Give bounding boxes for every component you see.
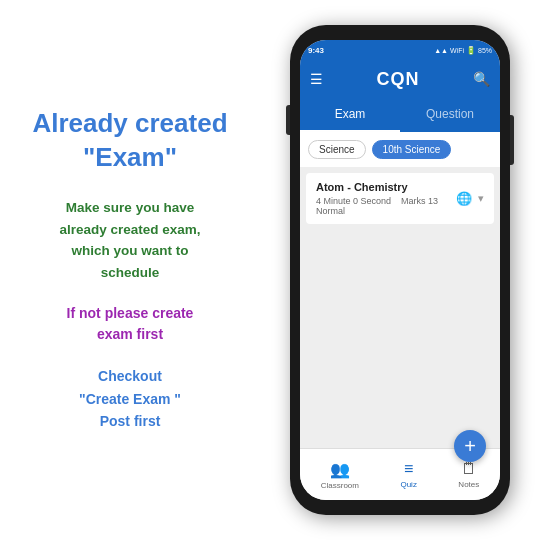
bottom-nav: 👥 Classroom ≡ Quiz 🗒 Notes + (300, 448, 500, 500)
exam-info: Atom - Chemistry 4 Minute 0 Second Marks… (316, 181, 456, 216)
chevron-down-icon[interactable]: ▾ (478, 192, 484, 205)
tabs-bar: Exam Question (300, 98, 500, 132)
app-bar: ☰ CQN 🔍 (300, 60, 500, 98)
nav-notes-label: Notes (458, 480, 479, 489)
search-icon[interactable]: 🔍 (473, 71, 490, 87)
left-checkout: Checkout "Create Exam " Post first (79, 365, 181, 432)
battery-percent: 85% (478, 47, 492, 54)
status-icons: ▲▲ WiFi 🔋 85% (434, 46, 492, 55)
status-time: 9:43 (308, 46, 324, 55)
tab-question[interactable]: Question (400, 98, 500, 132)
battery-icon: 🔋 (466, 46, 476, 55)
app-title: CQN (377, 69, 420, 90)
exam-card[interactable]: Atom - Chemistry 4 Minute 0 Second Marks… (306, 173, 494, 224)
nav-quiz-label: Quiz (400, 480, 416, 489)
exam-marks: Marks 13 (401, 196, 438, 206)
notes-icon: 🗒 (461, 460, 477, 478)
exam-title: Atom - Chemistry (316, 181, 456, 193)
wifi-icon: WiFi (450, 47, 464, 54)
left-title: Already created"Exam" (32, 107, 227, 175)
quiz-icon: ≡ (404, 460, 413, 478)
left-panel: Already created"Exam" Make sure you have… (0, 0, 260, 540)
globe-icon[interactable]: 🌐 (456, 191, 472, 206)
chip-science[interactable]: Science (308, 140, 366, 159)
left-warning: If not please createexam first (67, 303, 194, 345)
phone-wrapper: 9:43 ▲▲ WiFi 🔋 85% ☰ CQN 🔍 Exam (260, 10, 540, 530)
tab-exam[interactable]: Exam (300, 98, 400, 132)
exam-meta: 4 Minute 0 Second Marks 13 Normal (316, 196, 456, 216)
left-description: Make sure you havealready created exam,w… (59, 197, 200, 283)
phone-outer: 9:43 ▲▲ WiFi 🔋 85% ☰ CQN 🔍 Exam (290, 25, 510, 515)
exam-difficulty: Normal (316, 206, 345, 216)
nav-notes[interactable]: 🗒 Notes (458, 460, 479, 489)
classroom-icon: 👥 (330, 460, 350, 479)
menu-icon[interactable]: ☰ (310, 71, 323, 87)
chip-10th-science[interactable]: 10th Science (372, 140, 452, 159)
exam-actions: 🌐 ▾ (456, 191, 484, 206)
nav-quiz[interactable]: ≡ Quiz (400, 460, 416, 489)
status-bar: 9:43 ▲▲ WiFi 🔋 85% (300, 40, 500, 60)
phone-screen: 9:43 ▲▲ WiFi 🔋 85% ☰ CQN 🔍 Exam (300, 40, 500, 500)
fab-button[interactable]: + (454, 430, 486, 462)
content-area: Atom - Chemistry 4 Minute 0 Second Marks… (300, 167, 500, 448)
nav-classroom-label: Classroom (321, 481, 359, 490)
filter-bar: Science 10th Science (300, 132, 500, 167)
signal-icon: ▲▲ (434, 47, 448, 54)
nav-classroom[interactable]: 👥 Classroom (321, 460, 359, 490)
exam-duration: 4 Minute 0 Second (316, 196, 391, 206)
